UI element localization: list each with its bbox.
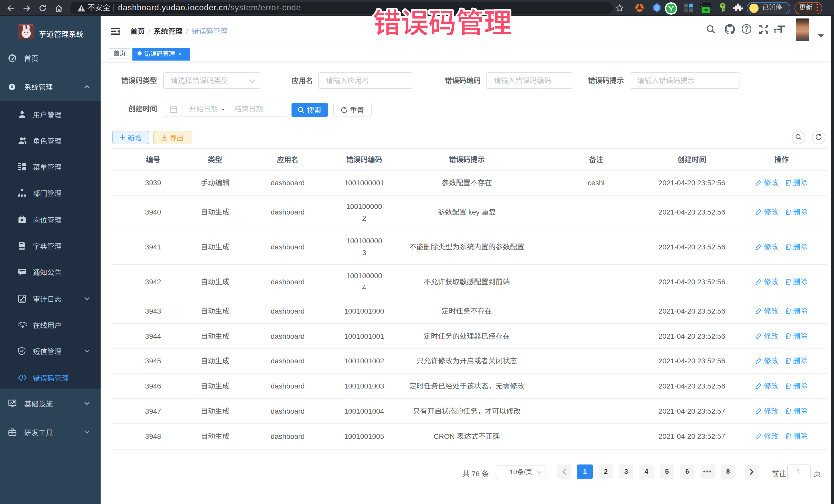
svg-text:错误码管理: 错误码管理 — [373, 1, 512, 41]
